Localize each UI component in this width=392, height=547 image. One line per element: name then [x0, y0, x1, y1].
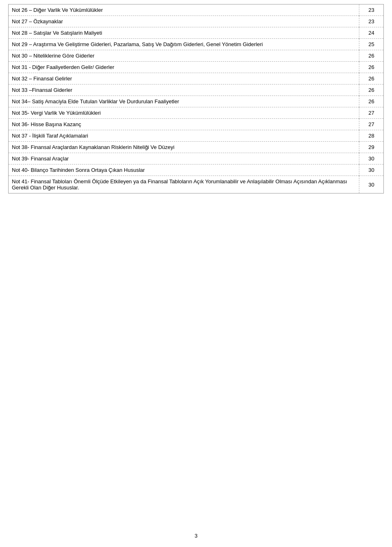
toc-row: Not 38- Finansal Araçlardan Kaynaklanan …	[9, 142, 384, 153]
toc-label: Not 26 – Diğer Varlik Ve Yükümlülükler	[9, 4, 359, 16]
toc-page: 25	[359, 39, 384, 50]
toc-row: Not 31 - Diğer Faaliyetlerden Gelir/ Gid…	[9, 62, 384, 73]
page-number: 3	[194, 533, 197, 539]
toc-label: Not 30 – Niteliklerine Göre Giderler	[9, 50, 359, 62]
page-wrapper: Not 26 – Diğer Varlik Ve Yükümlülükler23…	[0, 0, 392, 218]
toc-label: Not 36- Hisse Başına Kazanç	[9, 119, 359, 130]
toc-row: Not 28 – Satışlar Ve Satışlarin Maliyeti…	[9, 27, 384, 39]
toc-row: Not 26 – Diğer Varlik Ve Yükümlülükler23	[9, 4, 384, 16]
toc-page: 23	[359, 16, 384, 27]
toc-page: 30	[359, 176, 384, 193]
toc-page: 24	[359, 27, 384, 39]
toc-label: Not 37 - İlişkili Taraf Açıklamalari	[9, 130, 359, 142]
toc-page: 23	[359, 4, 384, 16]
toc-label: Not 41- Finansal Tabloları Önemli Ölçüde…	[9, 176, 359, 193]
toc-page: 26	[359, 96, 384, 107]
toc-row: Not 34– Satiş Amaciyla Elde Tutulan Varl…	[9, 96, 384, 107]
toc-row: Not 35- Vergi Varlik Ve Yükümlülükleri27	[9, 107, 384, 119]
toc-row: Not 30 – Niteliklerine Göre Giderler26	[9, 50, 384, 62]
toc-page: 28	[359, 130, 384, 142]
toc-row: Not 41- Finansal Tabloları Önemli Ölçüde…	[9, 176, 384, 193]
toc-label: Not 29 – Araştırma Ve Geliştirme Giderle…	[9, 39, 359, 50]
toc-label: Not 28 – Satışlar Ve Satışlarin Maliyeti	[9, 27, 359, 39]
toc-page: 27	[359, 107, 384, 119]
toc-page: 27	[359, 119, 384, 130]
toc-label: Not 31 - Diğer Faaliyetlerden Gelir/ Gid…	[9, 62, 359, 73]
toc-row: Not 33 –Finansal Giderler26	[9, 84, 384, 96]
toc-page: 26	[359, 73, 384, 84]
toc-label: Not 32 – Finansal Gelirler	[9, 73, 359, 84]
toc-label: Not 40- Bilanço Tarihinden Sonra Ortaya …	[9, 165, 359, 176]
toc-label: Not 33 –Finansal Giderler	[9, 84, 359, 96]
toc-row: Not 32 – Finansal Gelirler26	[9, 73, 384, 84]
toc-page: 30	[359, 165, 384, 176]
toc-label: Not 38- Finansal Araçlardan Kaynaklanan …	[9, 142, 359, 153]
toc-page: 26	[359, 84, 384, 96]
toc-table: Not 26 – Diğer Varlik Ve Yükümlülükler23…	[8, 4, 384, 193]
toc-label: Not 27 – Özkaynaklar	[9, 16, 359, 27]
toc-row: Not 36- Hisse Başına Kazanç27	[9, 119, 384, 130]
toc-row: Not 29 – Araştırma Ve Geliştirme Giderle…	[9, 39, 384, 50]
toc-row: Not 39- Finansal Araçlar30	[9, 153, 384, 165]
toc-page: 26	[359, 50, 384, 62]
toc-page: 29	[359, 142, 384, 153]
toc-page: 30	[359, 153, 384, 165]
toc-label: Not 39- Finansal Araçlar	[9, 153, 359, 165]
toc-row: Not 37 - İlişkili Taraf Açıklamalari28	[9, 130, 384, 142]
toc-label: Not 34– Satiş Amaciyla Elde Tutulan Varl…	[9, 96, 359, 107]
toc-row: Not 40- Bilanço Tarihinden Sonra Ortaya …	[9, 165, 384, 176]
toc-page: 26	[359, 62, 384, 73]
toc-label: Not 35- Vergi Varlik Ve Yükümlülükleri	[9, 107, 359, 119]
toc-row: Not 27 – Özkaynaklar23	[9, 16, 384, 27]
